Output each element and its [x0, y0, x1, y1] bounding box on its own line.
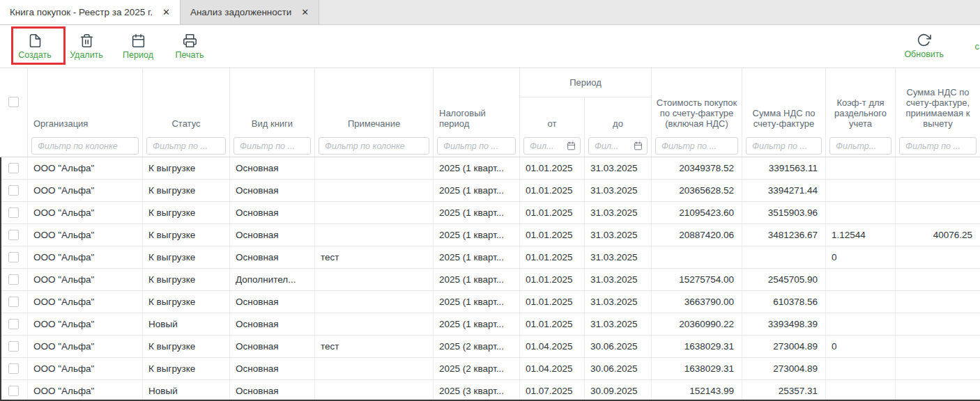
row-checkbox[interactable] — [8, 230, 19, 240]
filter-input-coefficient[interactable] — [834, 141, 887, 152]
cell-status: Новый — [143, 313, 230, 335]
cell-date-to: 31.03.2025 — [585, 291, 652, 313]
column-header-vat-deductible[interactable]: Сумма НДС по счету-фактуре, принимаемая … — [896, 68, 980, 135]
cell-coefficient — [826, 358, 896, 379]
filter-input-note[interactable] — [323, 141, 424, 152]
cell-date-to: 30.06.2025 — [585, 358, 652, 379]
filter-input-tax-period[interactable] — [442, 141, 511, 152]
cell-purchase-cost: 15275754.00 — [652, 269, 742, 290]
cell-date-from: 01.01.2025 — [520, 157, 585, 179]
row-checkbox[interactable] — [8, 207, 19, 218]
tab-bar: Книга покупок - Реестр за 2025 г. ✕ Анал… — [0, 0, 980, 25]
select-all-checkbox[interactable] — [8, 97, 19, 107]
table-row[interactable]: ООО "Альфа" К выгрузке Дополнител... 202… — [0, 269, 980, 291]
row-checkbox[interactable] — [8, 252, 19, 262]
cell-status: К выгрузке — [143, 269, 230, 290]
clipped-button-text[interactable]: с — [975, 41, 980, 52]
table-row[interactable]: ООО "Альфа" К выгрузке Основная 2025 (1 … — [0, 291, 980, 313]
cell-vat-amount: 610378.56 — [742, 291, 826, 313]
filter-row — [0, 135, 980, 157]
create-button-label: Создать — [18, 50, 52, 60]
cell-status: К выгрузке — [143, 358, 230, 379]
cell-date-from: 01.04.2025 — [520, 336, 585, 357]
cell-book-type: Основная — [230, 313, 315, 335]
cell-purchase-cost: 3663790.00 — [652, 291, 742, 313]
delete-button[interactable]: Удалить — [67, 29, 106, 65]
tab-purchase-book[interactable]: Книга покупок - Реестр за 2025 г. ✕ — [0, 0, 181, 24]
column-header-note[interactable]: Примечание — [315, 68, 434, 135]
print-button[interactable]: Печать — [170, 29, 209, 65]
cell-tax-period: 2025 (1 кварт... — [434, 291, 520, 313]
cell-status: Новый — [143, 380, 230, 401]
row-checkbox[interactable] — [8, 319, 19, 329]
filter-input-purchase-cost[interactable] — [660, 141, 733, 152]
column-header-status[interactable]: Статус — [143, 68, 230, 135]
cell-coefficient: 0 — [826, 246, 896, 268]
row-checkbox-cell — [0, 358, 28, 379]
filter-cell-date-to — [585, 135, 652, 157]
tab-debt-analysis[interactable]: Анализ задолженности ✕ — [181, 0, 319, 24]
table-row[interactable]: ООО "Альфа" К выгрузке Основная 2025 (1 … — [0, 202, 980, 224]
cell-vat-amount: 25357.31 — [742, 380, 826, 401]
cell-coefficient — [826, 157, 896, 179]
cell-vat-deductible — [896, 246, 980, 268]
row-checkbox[interactable] — [8, 341, 19, 352]
filter-input-date-from[interactable] — [528, 141, 567, 152]
table-header: Организация Статус Вид книги Примечание … — [0, 68, 980, 135]
row-checkbox[interactable] — [8, 386, 19, 396]
cell-purchase-cost: 1638029.31 — [652, 336, 742, 357]
row-checkbox[interactable] — [8, 297, 19, 307]
delete-button-label: Удалить — [70, 50, 103, 60]
trash-icon — [79, 33, 94, 48]
filter-input-book-type[interactable] — [238, 141, 306, 152]
cell-purchase-cost: 20360990.22 — [652, 313, 742, 335]
filter-input-vat-deductible[interactable] — [904, 141, 972, 152]
column-header-vat-amount[interactable]: Сумма НДС по счету-фактуре — [742, 68, 826, 135]
cell-tax-period: 2025 (1 кварт... — [434, 246, 520, 268]
row-checkbox[interactable] — [8, 274, 19, 285]
column-header-coefficient[interactable]: Коэф-т для раздельного учета — [826, 68, 896, 135]
cell-date-from: 01.01.2025 — [520, 313, 585, 335]
calendar-icon[interactable] — [567, 141, 576, 150]
table-row[interactable]: ООО "Альфа" К выгрузке Основная 2025 (1 … — [0, 224, 980, 246]
table-row[interactable]: ООО "Альфа" Новый Основная 2025 (3 кварт… — [0, 380, 980, 401]
cell-coefficient: 0 — [826, 336, 896, 357]
filter-input-date-to[interactable] — [593, 141, 634, 152]
cell-vat-amount: 3394271.44 — [742, 180, 826, 201]
cell-organization: ООО "Альфа" — [28, 180, 143, 201]
row-checkbox[interactable] — [8, 185, 19, 196]
table-row[interactable]: ООО "Альфа" К выгрузке Основная 2025 (1 … — [0, 180, 980, 202]
cell-purchase-cost: 21095423.60 — [652, 202, 742, 223]
filter-input-vat-amount[interactable] — [751, 141, 817, 152]
filter-cell-note — [315, 135, 434, 157]
table-row[interactable]: ООО "Альфа" Новый Основная 2025 (1 кварт… — [0, 313, 980, 336]
table-row[interactable]: ООО "Альфа" К выгрузке Основная тест 202… — [0, 246, 980, 269]
column-header-book-type[interactable]: Вид книги — [230, 68, 315, 135]
cell-status: К выгрузке — [143, 291, 230, 313]
table-row[interactable]: ООО "Альфа" К выгрузке Основная 2025 (1 … — [0, 157, 980, 180]
close-icon[interactable]: ✕ — [162, 8, 170, 17]
column-header-organization[interactable]: Организация — [28, 68, 143, 135]
create-button[interactable]: Создать — [15, 29, 54, 65]
filter-input-status[interactable] — [151, 141, 221, 152]
filter-input-organization[interactable] — [36, 141, 134, 152]
period-button[interactable]: Период — [118, 29, 158, 65]
row-checkbox-cell — [0, 202, 28, 223]
table-row[interactable]: ООО "Альфа" К выгрузке Основная 2025 (2 … — [0, 358, 980, 380]
close-icon[interactable]: ✕ — [301, 8, 309, 17]
column-header-date-from[interactable]: от — [520, 97, 585, 135]
column-header-purchase-cost[interactable]: Стоимость покупок по счету-фактуре (вклю… — [652, 68, 742, 135]
cell-organization: ООО "Альфа" — [28, 336, 143, 357]
filter-cell-vat-deductible — [896, 135, 980, 157]
cell-date-to: 30.06.2025 — [585, 336, 652, 357]
refresh-button[interactable]: Обновить — [904, 28, 944, 64]
row-checkbox[interactable] — [8, 363, 19, 374]
column-header-tax-period[interactable]: Налоговый период — [434, 68, 520, 135]
row-checkbox[interactable] — [8, 163, 19, 173]
table-row[interactable]: ООО "Альфа" К выгрузке Основная тест 202… — [0, 336, 980, 358]
cell-vat-deductible — [896, 313, 980, 335]
row-checkbox-cell — [0, 291, 28, 313]
filter-cell-purchase-cost — [652, 135, 742, 157]
column-header-date-to[interactable]: до — [585, 97, 652, 135]
calendar-icon[interactable] — [634, 141, 643, 150]
